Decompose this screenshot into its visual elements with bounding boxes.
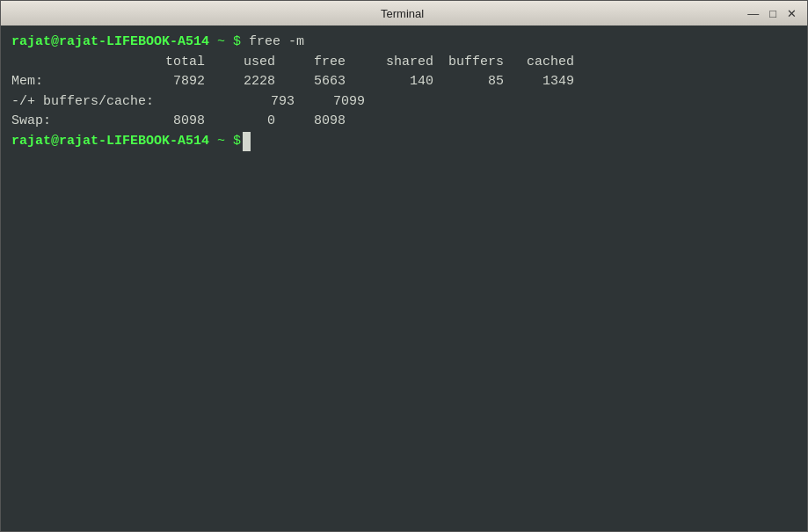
table-row-swap: Swap: 8098 0 8098 bbox=[11, 112, 797, 132]
table-row-mem: Mem: 7892 2228 5663 140 85 1349 bbox=[11, 72, 797, 92]
header-total: total bbox=[135, 53, 205, 73]
row-mem-buffers: 85 bbox=[433, 72, 504, 92]
row-bc-free: 7099 bbox=[295, 92, 365, 113]
row-mem-shared: 140 bbox=[346, 72, 433, 92]
table-header: total used free shared buffers cached bbox=[11, 53, 797, 73]
header-free: free bbox=[275, 53, 346, 73]
titlebar: Terminal — □ ✕ bbox=[1, 1, 807, 26]
header-empty bbox=[11, 53, 135, 73]
row-mem-free: 5663 bbox=[275, 72, 346, 92]
window-title: Terminal bbox=[61, 7, 744, 20]
header-used: used bbox=[205, 53, 275, 73]
row-mem-used: 2228 bbox=[205, 72, 275, 92]
prompt2-user-host: rajat@rajat-LIFEBOOK-A514 bbox=[11, 132, 209, 152]
prompt-tilde: ~ bbox=[209, 33, 233, 53]
row-bc-total bbox=[154, 92, 224, 113]
command-line: rajat@rajat-LIFEBOOK-A514 ~ $ free -m bbox=[11, 33, 797, 53]
prompt-user-host: rajat@rajat-LIFEBOOK-A514 bbox=[11, 33, 209, 53]
row-swap-total: 8098 bbox=[135, 112, 205, 132]
prompt-line-2: rajat@rajat-LIFEBOOK-A514 ~ $ bbox=[11, 132, 797, 152]
row-bc-label: -/+ buffers/cache: bbox=[11, 92, 154, 113]
row-swap-label: Swap: bbox=[11, 112, 135, 132]
maximize-button[interactable]: □ bbox=[766, 7, 780, 20]
window-controls[interactable]: — □ ✕ bbox=[744, 7, 800, 20]
table-row-buffers-cache: -/+ buffers/cache: 793 7099 bbox=[11, 92, 797, 113]
prompt2-tilde: ~ bbox=[209, 132, 233, 152]
cursor-block bbox=[243, 132, 251, 152]
terminal-window: Terminal — □ ✕ rajat@rajat-LIFEBOOK-A514… bbox=[0, 0, 808, 532]
row-mem-label: Mem: bbox=[11, 72, 135, 92]
row-mem-cached: 1349 bbox=[504, 72, 574, 92]
row-swap-free: 8098 bbox=[275, 112, 346, 132]
close-button[interactable]: ✕ bbox=[783, 7, 800, 20]
row-mem-total: 7892 bbox=[135, 72, 205, 92]
prompt-dollar: $ bbox=[233, 33, 241, 53]
header-shared: shared bbox=[346, 53, 433, 73]
minimize-button[interactable]: — bbox=[744, 7, 762, 20]
row-swap-used: 0 bbox=[205, 112, 275, 132]
row-bc-used: 793 bbox=[224, 92, 295, 113]
terminal-content[interactable]: rajat@rajat-LIFEBOOK-A514 ~ $ free -m to… bbox=[1, 26, 807, 531]
prompt2-dollar: $ bbox=[233, 132, 241, 152]
header-cached: cached bbox=[504, 53, 574, 73]
command-text: free -m bbox=[241, 33, 304, 53]
header-buffers: buffers bbox=[433, 53, 504, 73]
